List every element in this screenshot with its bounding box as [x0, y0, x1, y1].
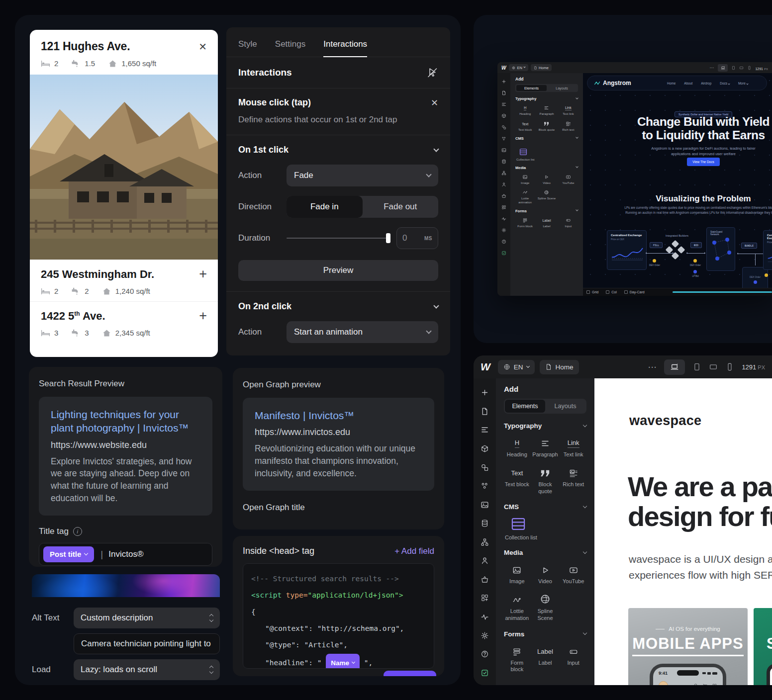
chevron-down-icon[interactable] [576, 96, 579, 99]
nav-docs[interactable]: Docs [720, 82, 730, 85]
analytics-tool[interactable] [501, 213, 506, 224]
checklist-tool[interactable] [501, 247, 506, 259]
tab-interactions[interactable]: Interactions [323, 39, 367, 57]
clipped-purple-button[interactable] [384, 671, 436, 676]
app-logo[interactable]: W [501, 65, 505, 71]
assets-tool[interactable] [481, 495, 489, 514]
add-tool[interactable] [481, 383, 489, 402]
chevron-down-icon[interactable] [583, 423, 587, 427]
nav-home[interactable]: Home [667, 82, 676, 85]
element-spline[interactable]: Spline Scene [537, 188, 556, 204]
breakpoint-tablet-landscape[interactable] [709, 362, 718, 371]
tab-settings[interactable]: Settings [275, 39, 305, 57]
breakpoint-desktop[interactable] [664, 359, 685, 375]
element-image[interactable]: Image [515, 173, 535, 185]
element-block-quote[interactable]: Block quote [532, 466, 559, 495]
element-youtube[interactable]: YouTube [560, 563, 586, 585]
element-text-link[interactable]: LinkText link [559, 104, 578, 116]
alt-mode-select[interactable]: Custom description [74, 608, 220, 628]
listing-row[interactable]: 245 Westmingham Dr. + 2 2 1,240 sq/ft [30, 260, 218, 301]
element-form-block[interactable]: Form block [515, 216, 535, 228]
element-paragraph[interactable]: Paragraph [532, 436, 559, 458]
chevron-down-icon[interactable] [433, 303, 439, 308]
element-lottie[interactable]: Lottie animation [504, 593, 530, 622]
element-lottie[interactable]: Lottie animation [515, 188, 535, 204]
nav-about[interactable]: About [684, 82, 692, 85]
tab-layouts[interactable]: Layouts [547, 85, 577, 91]
element-image[interactable]: Image [504, 563, 530, 585]
remove-interaction-icon[interactable] [426, 67, 438, 79]
listing-row[interactable]: 1422 5th Ave. + 3 3 2,345 sq/ft [30, 301, 218, 343]
pages-tool[interactable] [481, 402, 489, 421]
toggle-grid[interactable]: Grid [586, 290, 598, 294]
tab-style[interactable]: Style [238, 39, 257, 57]
app-logo[interactable]: W [481, 361, 490, 373]
toggle-day-card[interactable]: Day-Card [624, 290, 645, 294]
apps-tool[interactable] [481, 589, 489, 608]
element-rich-text[interactable]: Rich text [560, 466, 586, 495]
chevron-down-icon[interactable] [576, 208, 579, 211]
action-select[interactable]: Fade [287, 165, 438, 186]
action-select[interactable]: Start an animation [287, 321, 438, 343]
chevron-down-icon[interactable] [576, 165, 579, 168]
language-switcher[interactable]: EN [498, 360, 535, 374]
element-collection-list[interactable]: Collection list [515, 147, 578, 161]
element-spline[interactable]: Spline Scene [532, 593, 559, 622]
name-token[interactable]: Name [326, 654, 360, 669]
add-listing-icon[interactable]: + [199, 309, 207, 323]
post-title-token[interactable]: Post title [43, 546, 94, 562]
analytics-tool[interactable] [481, 608, 489, 626]
page-tab-home[interactable]: Home [531, 64, 552, 71]
components-tool[interactable] [481, 439, 489, 458]
result-title-link[interactable]: Lighting techniques for your plant photo… [51, 408, 200, 435]
layers-tool[interactable] [501, 98, 506, 110]
breakpoint-phone[interactable] [747, 66, 752, 70]
duration-input[interactable]: 0 MS [396, 227, 438, 249]
language-switcher[interactable]: EN [509, 64, 528, 71]
add-listing-icon[interactable]: + [199, 267, 207, 281]
horizontal-scrollbar[interactable] [673, 291, 772, 293]
element-heading[interactable]: HHeading [515, 104, 535, 116]
layers-tool[interactable] [481, 421, 489, 439]
chevron-down-icon[interactable] [583, 550, 587, 554]
tab-elements[interactable]: Elements [516, 85, 547, 91]
element-block-quote[interactable]: Block quote [537, 120, 556, 132]
breakpoint-desktop[interactable] [718, 64, 728, 72]
breakpoint-tablet[interactable] [692, 362, 701, 371]
assets-tool[interactable] [501, 144, 506, 156]
element-text-block[interactable]: TextText block [504, 466, 530, 495]
element-video[interactable]: Video [532, 563, 559, 585]
code-editor[interactable]: <!-- Structured search results --> <scri… [243, 563, 434, 669]
canvas-width-value[interactable]: 1291 [755, 67, 763, 71]
nav-more[interactable]: More [738, 82, 748, 85]
element-heading[interactable]: HHeading [504, 436, 530, 458]
element-text-link[interactable]: LinkText link [560, 436, 586, 458]
breakpoint-tablet[interactable] [731, 66, 736, 70]
element-input[interactable]: Input [559, 216, 578, 228]
help-tool[interactable] [481, 645, 489, 664]
users-tool[interactable] [501, 178, 506, 190]
close-icon[interactable]: ✕ [431, 98, 438, 107]
canvas-width-value[interactable]: 1291 [742, 363, 756, 371]
add-field-button[interactable]: + Add field [394, 546, 434, 556]
page-tab-home[interactable]: Home [540, 360, 579, 374]
toggle-col[interactable]: Col [606, 290, 617, 294]
commerce-tool[interactable] [481, 570, 489, 589]
settings-tool[interactable] [481, 626, 489, 645]
breakpoint-tablet-landscape[interactable] [739, 66, 744, 70]
styles-tool[interactable] [501, 121, 506, 133]
element-text-block[interactable]: TextText block [515, 120, 535, 132]
element-form-block[interactable]: Form block [504, 644, 530, 674]
logic-tool[interactable] [481, 533, 489, 552]
pages-tool[interactable] [501, 87, 506, 98]
fade-in-option[interactable]: Fade in [287, 196, 363, 218]
tab-elements[interactable]: Elements [505, 400, 545, 413]
element-video[interactable]: Video [537, 173, 556, 185]
tab-layouts[interactable]: Layouts [545, 400, 585, 413]
tokens-tool[interactable] [481, 477, 489, 496]
alt-description-input[interactable]: Camera technician pointing light to [74, 633, 220, 654]
chevron-down-icon[interactable] [583, 631, 587, 635]
element-rich-text[interactable]: Rich text [559, 120, 578, 132]
tokens-tool[interactable] [501, 133, 506, 144]
cms-tool[interactable] [481, 514, 489, 533]
